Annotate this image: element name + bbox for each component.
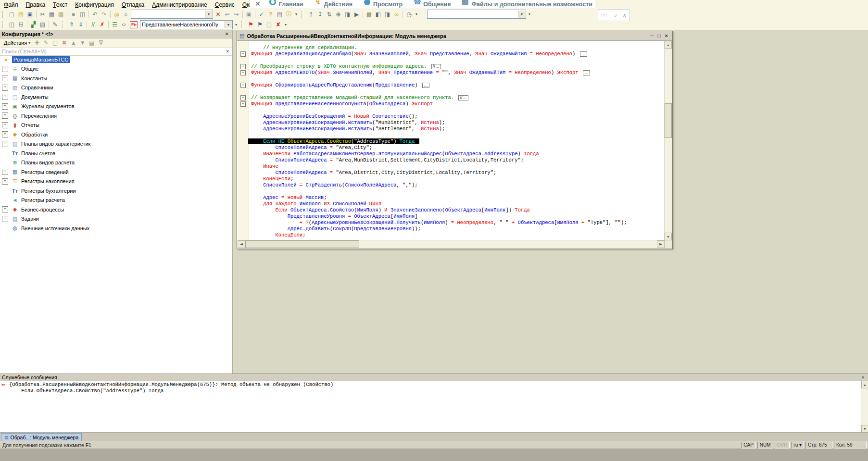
copy-icon[interactable]: ▦ [47,10,56,19]
tree-item[interactable]: +▦Константы [0,74,232,83]
new-document-icon[interactable]: ▢ [7,10,16,19]
code-area[interactable]: // Внутреннее для сериализации.+Функция … [238,41,665,240]
code-line[interactable]: КонецЕсли; [238,176,665,182]
code-line[interactable]: Если ОбъектАдреса.Свойство(ИмяПоля) И Зн… [238,207,665,213]
code-line[interactable]: Для каждого ИмяПоля Из СписокПолей Цикл [238,201,665,207]
code-line[interactable]: ПредставлениеУровня = ОбъектАдреса[ИмяПо… [238,213,665,220]
prev-procedure-icon[interactable]: ↥ [306,10,315,19]
close-icon[interactable]: ✕ [255,0,261,8]
zoom-icon[interactable]: ○ [121,10,130,19]
dropdown-icon[interactable]: ▾ [205,11,212,18]
menu-item-text[interactable]: Текст [49,1,71,9]
code-line[interactable]: СписокПолейАдреса = "Area,District,City,… [238,170,665,176]
cut-icon[interactable]: ✂ [38,10,47,19]
copy-fragment-icon[interactable]: ▣ [244,10,253,19]
code-line[interactable]: +Функция СформироватьАдресПоПредставлени… [238,82,665,88]
paste-icon[interactable]: ▥ [56,10,65,19]
syntax-check-icon[interactable]: ✓ [257,10,266,19]
scroll-left-icon[interactable]: ◀ [238,240,245,248]
dropdown-icon[interactable]: ▾ [527,12,532,16]
code-line[interactable]: АдресныеУровниБезСокращений.Вставить("Mu… [238,120,665,126]
menu-item-file[interactable]: Файл [0,1,22,9]
tree-item[interactable]: ●РозницаМагазинБТСС [0,55,232,64]
add-construct-icon[interactable]: ⊕ [334,10,343,19]
code-line[interactable] [238,88,665,95]
info-icon[interactable]: ⓘ [284,10,293,19]
collapse-icon[interactable]: ∧ [623,12,626,18]
save-icon[interactable]: ▣ [25,10,35,19]
section-tab-actions[interactable]: ↯Действия [315,1,352,8]
close-messages-icon[interactable]: ✕ [860,375,866,380]
filter-icon[interactable]: ∇ [96,38,105,47]
dropdown-icon[interactable]: ▾ [283,23,289,27]
outline-icon[interactable]: ☰ [110,20,119,29]
vscroll-thumb[interactable] [665,103,672,138]
table-icon[interactable]: ▤ [38,20,47,29]
expand-icon[interactable]: + [2,216,8,222]
minimize-icon[interactable]: ─ [650,33,654,38]
editor-hscrollbar[interactable]: ◀ ▶ [238,240,665,248]
expand-icon[interactable]: + [2,122,8,128]
tree-item[interactable]: +▤Задачи [0,214,232,224]
comment-icon[interactable]: // [88,20,98,29]
expand-icon[interactable]: + [2,85,8,91]
clear-search-icon[interactable]: ✕ [225,49,230,54]
hscroll-thumb[interactable] [245,240,359,248]
expand-icon[interactable]: + [2,75,8,81]
stopwatch-icon[interactable]: ◷ [404,10,414,19]
quick-search-combo[interactable]: ▾ [131,10,213,19]
procedure-list-icon[interactable]: ⇅ [325,10,334,19]
fold-toggle-icon[interactable]: − [240,101,246,107]
code-line[interactable]: +Функция ДесериализацияАдресаОбщая(Знач … [238,51,665,57]
tree-item[interactable]: +☰Регистры накопления [0,177,232,187]
open-icon[interactable]: ▤ [16,10,25,19]
tree-item[interactable]: +▦Регистры сведений [0,167,232,177]
clear-bookmarks-icon[interactable]: ✘ [274,20,283,29]
code-line[interactable]: АдресныеУровниБезСокращений = Новый Соот… [238,113,665,120]
scroll-right-icon[interactable]: ▶ [657,240,665,248]
uncomment-icon[interactable]: ✗ [98,20,107,29]
code-line[interactable] [238,57,665,63]
menu-item-edit[interactable]: Правка [22,1,50,9]
menu-item-debug[interactable]: Отладка [118,1,148,9]
editor-vscrollbar[interactable]: ▲ ▼ [664,41,672,240]
expand-icon[interactable]: + [2,169,8,175]
settings-icon[interactable]: ▞ [29,20,38,29]
fold-toggle-icon[interactable]: + [240,64,246,69]
fold-toggle-icon[interactable]: + [240,95,246,100]
code-line[interactable]: Адрес = Новый Массив; [238,195,665,201]
nav-forward-icon[interactable]: ↪ [232,10,241,19]
code-line[interactable]: АдресныеУровниБезСокращений.Вставить("Se… [238,126,665,132]
code-line[interactable]: КонецЕсли; [238,232,665,238]
tree-item[interactable]: ◍Внешние источники данных [0,224,232,233]
menu-item-administration[interactable]: Администрирование [148,1,211,9]
section-tab-view[interactable]: Просмотр [364,1,403,8]
message-line[interactable]: Если ОбъектАдреса.Свойство("AddressType"… [0,388,861,394]
bookmark-help-icon[interactable]: ⚑ [255,20,264,29]
template-combo[interactable]: ▾ [427,10,526,19]
expand-icon[interactable]: + [2,131,8,137]
clear-find-icon[interactable]: ✕ [214,10,223,19]
code-line[interactable] [238,132,665,138]
edit-icon[interactable]: ✎ [41,38,50,47]
tree-item[interactable]: +▮Отчеты [0,121,232,130]
copy-item-icon[interactable]: ▢ [50,38,60,47]
dropdown-icon[interactable]: ▾ [233,23,239,27]
expand-icon[interactable]: + [2,206,8,212]
add-icon[interactable]: ✚ [32,38,41,47]
code-line[interactable]: Иначе [238,163,665,170]
scroll-up-icon[interactable]: ▲ [665,41,672,49]
code-line[interactable] [238,107,665,113]
move-down-icon[interactable]: ▼ [78,38,87,47]
find-in-files-icon[interactable]: ◎ [112,10,121,19]
code-line[interactable]: +// Возвращает представление младший-ста… [238,95,665,101]
close-icon[interactable]: ✕ [665,33,668,38]
scroll-down-icon[interactable]: ▼ [665,233,672,240]
tree-item[interactable]: +▥Справочники [0,83,232,93]
fold-toggle-icon[interactable]: + [240,83,246,88]
code-line[interactable]: // Внутреннее для сериализации. [238,45,665,51]
code-line[interactable]: +// Преобразует строку в XDTO контактную… [238,63,665,70]
code-line[interactable]: ИначеЕсли РаботаСАдресамиКлиентСервер.Эт… [238,151,665,157]
dropdown-icon[interactable]: ▾ [518,11,525,18]
section-tab-files[interactable]: Файлы и дополнительные возможности [462,1,592,8]
